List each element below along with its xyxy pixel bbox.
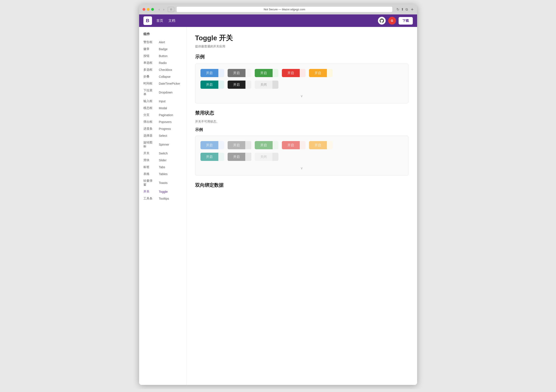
section2-example: 示例 — [195, 127, 409, 132]
toggle-thumb-green-disabled — [272, 141, 278, 149]
demo-box-section1: 开启 开启 开启 — [195, 63, 409, 103]
main-content: Toggle 开关 提供最普通的开关应用 示例 开启 开启 — [186, 27, 417, 385]
toggle-off[interactable]: 关闭 — [255, 80, 278, 89]
sidebar-item-collapse[interactable]: 折叠 Collapse — [139, 73, 186, 80]
sidebar-section-title: 组件 — [139, 30, 186, 39]
sidebar-item-input[interactable]: 输入框 Input — [139, 98, 186, 105]
new-tab-button[interactable]: + — [411, 7, 414, 12]
nav-back-button[interactable]: ‹ — [157, 7, 161, 12]
toggle-thumb-teal — [218, 80, 224, 89]
tab-icon[interactable]: ⊡ — [168, 7, 174, 12]
toggle-row-1: 开启 开启 开启 — [201, 69, 403, 77]
toggle-teal-disabled: 开启 — [201, 153, 224, 161]
section2-desc: 开关不可用状态。 — [195, 120, 409, 124]
nav-forward-button[interactable]: › — [162, 7, 166, 12]
sidebar-item-slider[interactable]: 滑块 Slider — [139, 157, 186, 164]
page-title: Toggle 开关 — [195, 33, 409, 43]
toggle-red-disabled: 开启 — [282, 141, 306, 149]
download-button[interactable]: 下载 — [399, 17, 413, 24]
sidebar: 组件 警告框 Alert 徽章 Badge 按钮 Button 单选框 Radi… — [139, 27, 186, 385]
toggle-thumb-red — [300, 69, 306, 77]
sidebar-item-checkbox[interactable]: 多选框 Checkbox — [139, 66, 186, 73]
toggle-thumb-off — [272, 80, 278, 89]
toggle-gray-on[interactable]: 开启 — [228, 69, 251, 77]
sidebar-item-popovers[interactable]: 弹出框 Popovers — [139, 118, 186, 125]
google-icon-button[interactable]: G — [388, 17, 396, 24]
minimize-dot[interactable] — [147, 8, 150, 11]
sidebar-item-tabs[interactable]: 标签 Tabs — [139, 164, 186, 171]
sidebar-item-select[interactable]: 选择器 Select — [139, 132, 186, 139]
nav-home-link[interactable]: 首页 — [156, 18, 163, 23]
main-layout: 组件 警告框 Alert 徽章 Badge 按钮 Button 单选框 Radi… — [139, 27, 417, 385]
toggle-thumb-black — [245, 80, 251, 89]
topnav-right: G 下载 — [378, 17, 413, 24]
page-description: 提供最普通的开关应用 — [195, 45, 409, 48]
toggle-disabled-row-1: 开启 开启 开启 — [201, 141, 403, 149]
app-logo: B — [143, 16, 152, 25]
toggle-thumb-green — [272, 69, 278, 77]
toggle-green-disabled: 开启 — [255, 141, 278, 149]
toggle-row-2: 开启 开启 关闭 — [201, 80, 403, 89]
sidebar-item-datetimepicker[interactable]: 时间框 DateTimePicker — [139, 80, 186, 87]
section1-title: 示例 — [195, 54, 409, 60]
demo-box-section2: 开启 开启 开启 — [195, 136, 409, 176]
nav-docs-link[interactable]: 文档 — [168, 18, 175, 23]
maximize-dot[interactable] — [151, 8, 154, 11]
section2-title: 禁用状态 — [195, 110, 409, 116]
app-container: B 首页 文档 G 下载 组件 警告框 — [139, 15, 417, 385]
toggle-thumb-red-disabled — [300, 141, 306, 149]
toggle-thumb-darkgray-disabled — [245, 153, 251, 161]
address-bar[interactable]: Not Secure — blazor.sdgxgz.com — [176, 7, 392, 12]
toggle-thumb-teal-disabled — [218, 153, 224, 161]
toggle-green-on[interactable]: 开启 — [255, 69, 278, 77]
browser-titlebar: ‹ › ⊡ Not Secure — blazor.sdgxgz.com ↻ ⬆… — [139, 4, 417, 15]
sidebar-item-radio[interactable]: 单选框 Radio — [139, 59, 186, 66]
toggle-disabled-row-2: 开启 开启 关闭 — [201, 153, 403, 161]
toggle-black-on[interactable]: 开启 — [228, 80, 251, 89]
sidebar-item-toasts[interactable]: 轻量弹窗 Toasts — [139, 178, 186, 188]
toggle-thumb-yellow-disabled — [327, 141, 333, 149]
toggle-teal-on[interactable]: 开启 — [201, 80, 224, 89]
sidebar-item-switch[interactable]: 开关 Switch — [139, 150, 186, 157]
sidebar-item-button[interactable]: 按钮 Button — [139, 53, 186, 59]
toggle-yellow-disabled: 开启 — [309, 141, 333, 149]
toggle-thumb-blue-disabled — [218, 141, 224, 149]
toggle-thumb-blue — [218, 69, 224, 77]
toggle-yellow-on[interactable]: 开启 — [309, 69, 333, 77]
toggle-blue-disabled: 开启 — [201, 141, 224, 149]
sidebar-item-pagination[interactable]: 分页 Pagination — [139, 112, 186, 118]
sidebar-item-spinner[interactable]: 旋转图标 Spinner — [139, 139, 186, 150]
sidebar-item-badge[interactable]: 徽章 Badge — [139, 46, 186, 53]
toggle-off-disabled: 关闭 — [255, 153, 278, 161]
close-dot[interactable] — [143, 8, 145, 11]
browser-traffic-lights — [143, 8, 154, 11]
reload-button[interactable]: ↻ — [396, 7, 399, 11]
expand-indicator-2[interactable]: ∨ — [201, 164, 403, 170]
sidebar-item-tooltips[interactable]: 工具条 Tooltips — [139, 195, 186, 202]
browser-action-buttons: ↻ ⬆ ⧉ — [396, 7, 408, 11]
section3-title: 双向绑定数据 — [195, 182, 409, 188]
toggle-red-on[interactable]: 开启 — [282, 69, 306, 77]
share-button[interactable]: ⬆ — [401, 7, 404, 11]
github-icon-button[interactable] — [378, 17, 386, 24]
top-navbar: B 首页 文档 G 下载 — [139, 15, 417, 27]
sidebar-item-tables[interactable]: 表格 Tables — [139, 171, 186, 178]
toggle-thumb-yellow — [327, 69, 333, 77]
browser-window: ‹ › ⊡ Not Secure — blazor.sdgxgz.com ↻ ⬆… — [139, 4, 417, 385]
nav-links: 首页 文档 — [156, 18, 175, 23]
toggle-gray-disabled: 开启 — [228, 141, 251, 149]
sidebar-item-alert[interactable]: 警告框 Alert — [139, 39, 186, 46]
toggle-thumb-gray — [245, 69, 251, 77]
sidebar-item-toggle[interactable]: 开关 Toggle — [139, 188, 186, 195]
browser-nav: ‹ › — [157, 7, 166, 12]
toggle-blue-on[interactable]: 开启 — [201, 69, 224, 77]
sidebar-item-progress[interactable]: 进度条 Progress — [139, 125, 186, 132]
sidebar-item-dropdown[interactable]: 下拉菜单 Dropdown — [139, 87, 186, 98]
expand-indicator[interactable]: ∨ — [201, 92, 403, 98]
toggle-darkgray-disabled: 开启 — [228, 153, 251, 161]
duplicate-button[interactable]: ⧉ — [405, 7, 408, 11]
toggle-thumb-off-disabled — [272, 153, 278, 161]
toggle-thumb-gray-disabled — [245, 141, 251, 149]
sidebar-item-modal[interactable]: 模态框 Modal — [139, 105, 186, 112]
